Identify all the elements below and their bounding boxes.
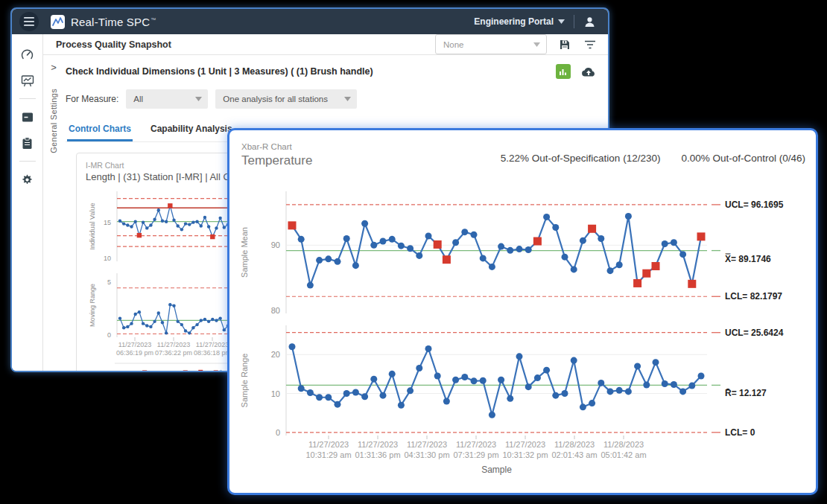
svg-text:04:31:30 pm: 04:31:30 pm (404, 450, 449, 459)
data-point (316, 394, 323, 401)
data-point (335, 401, 341, 408)
hamburger-icon (24, 17, 34, 26)
chart-panel: 20100UCL= 25.6424R̄= 12.127LCL= 0Sample … (240, 325, 784, 438)
stage: Real-Time SPC™ Engineering Portal (0, 0, 827, 504)
panel-title: Check Individual Dimensions (1 Unit | 3 … (66, 66, 373, 77)
data-point (218, 217, 221, 220)
data-point (172, 304, 175, 307)
preset-select[interactable]: None (435, 34, 547, 54)
data-point (498, 377, 504, 383)
data-point (126, 325, 129, 328)
page-title: Process Quality Snapshot (56, 39, 171, 50)
navbar-divider (574, 15, 574, 28)
svg-text:11/28/2023: 11/28/2023 (603, 440, 644, 449)
export-button[interactable] (580, 65, 598, 79)
data-point (679, 251, 686, 258)
data-point (149, 325, 152, 328)
data-point (580, 403, 586, 410)
data-point (552, 392, 559, 399)
chart-panel: 9080UCL= 96.1695X̿= 89.1746LCL= 82.1797S… (240, 191, 784, 315)
menu-button[interactable] (19, 12, 39, 31)
data-point (671, 381, 677, 388)
measure-select[interactable]: All (126, 89, 208, 109)
analysis-mode-select[interactable]: One analysis for all stations (215, 89, 357, 109)
data-point (149, 223, 152, 226)
data-point (389, 236, 396, 243)
svg-text:Moving Range: Moving Range (89, 284, 96, 327)
chart-view-button[interactable] (556, 64, 571, 79)
general-settings-strip: > General Settings (43, 55, 64, 372)
svg-text:UCL= 25.6424: UCL= 25.6424 (725, 328, 784, 338)
data-point (153, 320, 156, 323)
data-point (165, 331, 168, 334)
data-point (443, 398, 450, 404)
data-point (130, 322, 133, 325)
data-point (165, 220, 168, 223)
data-point (425, 345, 432, 352)
data-point (195, 220, 198, 223)
data-point (168, 303, 171, 306)
data-point (184, 329, 187, 332)
data-point (161, 321, 164, 324)
data-point (223, 226, 226, 229)
tab-capability-analysis[interactable]: Capability Analysis (149, 121, 234, 141)
data-point (145, 324, 148, 327)
settings-gear-icon (21, 173, 34, 186)
save-button[interactable] (557, 37, 572, 52)
data-point (552, 224, 559, 231)
data-point (211, 318, 214, 321)
filter-icon (584, 39, 596, 50)
data-point (562, 254, 568, 261)
user-button[interactable] (583, 16, 601, 28)
data-point (223, 328, 226, 331)
collapse-strip-button[interactable]: > (51, 63, 57, 72)
svg-text:11/27/2023: 11/27/2023 (157, 341, 190, 348)
data-point (407, 387, 414, 394)
data-point (180, 323, 183, 326)
data-point (126, 223, 129, 226)
out-of-spec-point (533, 237, 542, 246)
data-point (571, 357, 577, 364)
svg-text:20: 20 (271, 350, 280, 359)
data-point (516, 353, 523, 360)
data-point (370, 376, 377, 383)
xbar-r-chart[interactable]: 9080UCL= 96.1695X̿= 89.1746LCL= 82.1797S… (234, 175, 815, 491)
out-of-spec-point (688, 280, 696, 288)
data-point (625, 213, 632, 220)
sidebar-item-charts[interactable] (18, 71, 37, 90)
save-icon (559, 39, 571, 51)
sidebar-item-settings[interactable] (18, 170, 37, 189)
sidebar-item-storage[interactable] (18, 107, 37, 127)
data-point (507, 247, 513, 254)
data-point (343, 235, 350, 242)
tab-control-charts[interactable]: Control Charts (67, 121, 133, 141)
data-point (616, 261, 623, 268)
page-header: Process Quality Snapshot None (43, 34, 608, 55)
svg-text:01:31:36 pm: 01:31:36 pm (355, 450, 400, 459)
svg-text:0: 0 (107, 331, 111, 339)
chevron-down-icon (558, 19, 565, 24)
out-of-spec-point (652, 262, 660, 270)
data-point (307, 389, 314, 396)
data-point (176, 224, 179, 227)
data-point (203, 318, 206, 321)
data-point (480, 377, 487, 384)
data-point (489, 264, 495, 270)
sidebar-item-dashboard[interactable] (18, 45, 37, 64)
data-point (416, 365, 422, 371)
svg-text:R̄= 12.127: R̄= 12.127 (725, 388, 767, 398)
data-point (352, 389, 359, 395)
sidebar-divider (19, 98, 36, 99)
svg-text:11/27/2023: 11/27/2023 (358, 440, 398, 449)
svg-text:X̿= 89.1746: X̿= 89.1746 (725, 253, 771, 264)
sidebar-item-clipboard[interactable] (18, 133, 37, 153)
data-point (634, 363, 641, 369)
portal-dropdown[interactable]: Engineering Portal (474, 16, 565, 27)
data-point (134, 313, 137, 316)
data-point (434, 372, 441, 379)
xbar-chart-type-label: Xbar-R Chart (241, 142, 816, 151)
data-point (452, 377, 459, 383)
filter-button[interactable] (583, 38, 598, 51)
data-point (289, 343, 296, 350)
out-of-spec-point (288, 221, 297, 229)
